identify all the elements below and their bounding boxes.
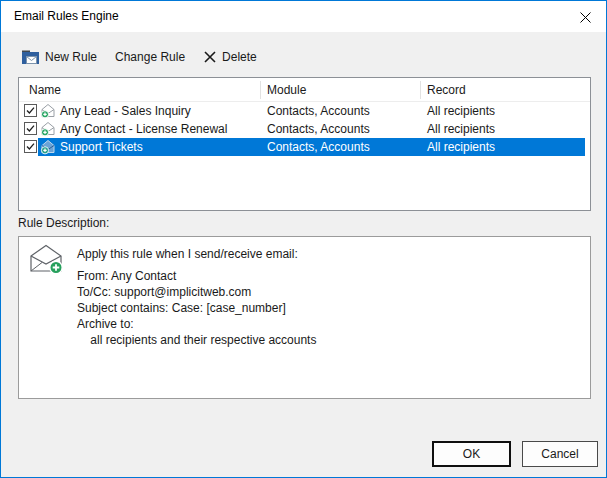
rule-row-any-contact[interactable]: Any Contact - License Renewal Contacts, … xyxy=(19,120,590,138)
rule-checkbox[interactable] xyxy=(24,140,37,153)
checkmark-icon xyxy=(25,105,36,116)
column-separator xyxy=(420,81,421,99)
email-rule-icon xyxy=(40,121,56,137)
change-rule-label: Change Rule xyxy=(115,50,185,64)
toolbar: New Rule Change Rule Delete xyxy=(19,41,259,73)
titlebar: Email Rules Engine xyxy=(1,1,606,32)
cancel-button[interactable]: Cancel xyxy=(522,441,598,467)
rule-row-any-lead[interactable]: Any Lead - Sales Inquiry Contacts, Accou… xyxy=(19,102,590,120)
checkmark-icon xyxy=(25,123,36,134)
rule-name: Any Contact - License Renewal xyxy=(60,120,227,138)
email-rules-engine-dialog: Email Rules Engine New Rule Change Rule … xyxy=(0,0,607,478)
rule-record: All recipients xyxy=(427,102,495,120)
rule-description-label: Rule Description: xyxy=(18,216,109,230)
rule-module: Contacts, Accounts xyxy=(267,120,370,138)
checkmark-icon xyxy=(25,141,36,152)
column-header-record[interactable]: Record xyxy=(427,78,466,102)
delete-button[interactable]: Delete xyxy=(201,47,259,67)
ok-button[interactable]: OK xyxy=(432,441,511,467)
rule-name: Any Lead - Sales Inquiry xyxy=(60,102,191,120)
rule-record: All recipients xyxy=(427,120,495,138)
column-header-module[interactable]: Module xyxy=(267,78,306,102)
new-rule-folder-envelope-icon xyxy=(21,49,40,65)
window-title: Email Rules Engine xyxy=(14,1,119,32)
rule-name: Support Tickets xyxy=(60,138,143,156)
rule-checkbox[interactable] xyxy=(24,104,37,117)
rule-description-lines: From: Any Contact To/Cc: support@implici… xyxy=(77,268,316,348)
open-envelope-add-icon xyxy=(28,243,66,278)
column-separator xyxy=(260,81,261,99)
ok-button-label: OK xyxy=(463,447,480,461)
close-button[interactable] xyxy=(570,5,600,29)
rule-row-support-tickets[interactable]: Support Tickets Contacts, Accounts All r… xyxy=(19,138,590,156)
email-rule-icon xyxy=(40,103,56,119)
delete-label: Delete xyxy=(222,50,257,64)
rule-module: Contacts, Accounts xyxy=(267,138,370,156)
rule-module: Contacts, Accounts xyxy=(267,102,370,120)
rule-record: All recipients xyxy=(427,138,495,156)
rule-checkbox[interactable] xyxy=(24,122,37,135)
rule-description-box: Apply this rule when I send/receive emai… xyxy=(18,236,591,399)
email-rule-icon-selected xyxy=(40,139,56,155)
column-header-name[interactable]: Name xyxy=(29,78,61,102)
list-header: Name Module Record xyxy=(19,78,590,102)
cancel-button-label: Cancel xyxy=(541,447,578,461)
change-rule-button[interactable]: Change Rule xyxy=(113,47,187,67)
new-rule-label: New Rule xyxy=(45,50,97,64)
close-icon xyxy=(579,11,592,24)
delete-x-icon xyxy=(203,50,217,64)
new-rule-button[interactable]: New Rule xyxy=(19,46,99,68)
rules-list: Name Module Record Any Lead - Sal xyxy=(18,77,591,211)
rule-description-intro: Apply this rule when I send/receive emai… xyxy=(77,247,298,262)
